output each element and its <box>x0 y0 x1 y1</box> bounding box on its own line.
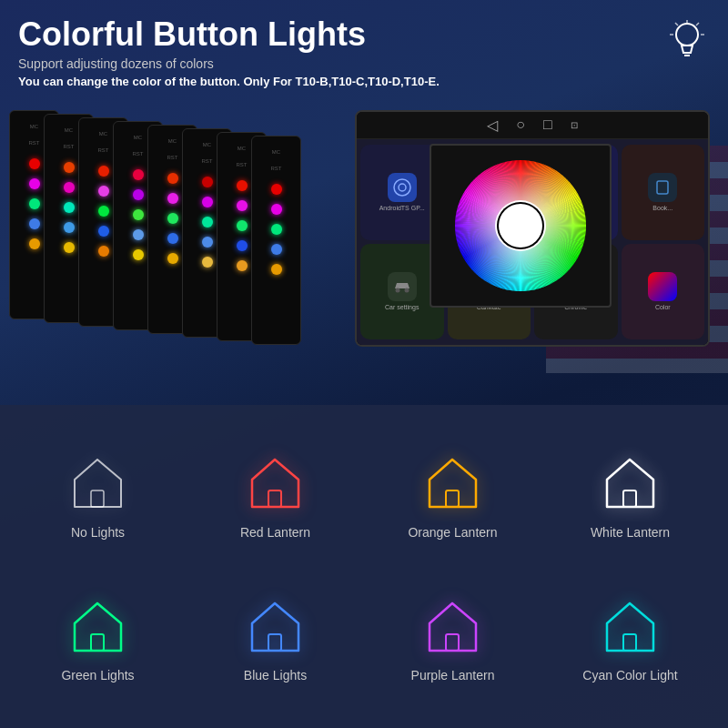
light-label-no-lights: No Lights <box>71 525 125 540</box>
button-dot <box>64 242 75 253</box>
svg-point-12 <box>404 288 409 293</box>
light-item-no-lights: No Lights <box>9 423 187 567</box>
light-icon-blue-lights <box>244 593 308 657</box>
button-dot <box>64 162 75 173</box>
button-dot <box>29 198 40 209</box>
button-dot <box>64 222 75 233</box>
svg-rect-20 <box>446 490 459 507</box>
svg-rect-18 <box>91 490 104 507</box>
header-section: Colorful Button Lights Support adjusting… <box>0 0 728 94</box>
button-dot <box>133 189 144 200</box>
svg-rect-10 <box>657 181 668 194</box>
bulb-icon <box>664 18 710 64</box>
svg-rect-19 <box>268 490 281 507</box>
button-dot <box>237 260 248 271</box>
light-icon-red-lantern <box>244 450 308 514</box>
button-dot <box>202 197 213 207</box>
svg-line-4 <box>696 23 699 25</box>
light-icon-cyan-color-light <box>599 593 662 657</box>
light-label-green-lights: Green Lights <box>61 668 134 682</box>
svg-rect-23 <box>268 634 281 651</box>
button-dot <box>133 229 144 240</box>
button-dot <box>29 218 40 229</box>
light-label-white-lantern: White Lantern <box>591 525 670 540</box>
light-item-purple-lantern: Purple Lantern <box>364 567 541 711</box>
device-showcase: MCRSTMCRSTMCRSTMCRSTMCRSTMCRSTMCRSTMCRST… <box>0 101 728 356</box>
light-label-cyan-color-light: Cyan Color Light <box>582 668 677 682</box>
button-dot <box>167 173 178 184</box>
page-title: Colorful Button Lights <box>18 16 710 53</box>
main-content: Colorful Button Lights Support adjusting… <box>0 0 728 728</box>
button-dot <box>133 249 144 260</box>
button-dot <box>29 158 40 169</box>
light-icon-no-lights <box>66 450 130 514</box>
button-dot <box>64 202 75 213</box>
page-subtitle: Support adjusting dozens of colors <box>18 56 710 71</box>
button-dot <box>98 246 109 257</box>
light-item-blue-lights: Blue Lights <box>187 567 364 711</box>
svg-point-11 <box>395 288 399 293</box>
button-dot <box>98 226 109 237</box>
button-dot <box>202 237 213 248</box>
button-dot <box>29 238 40 249</box>
light-item-red-lantern: Red Lantern <box>187 423 364 567</box>
button-dot <box>202 217 213 228</box>
svg-rect-22 <box>91 634 104 651</box>
color-wheel-popup <box>430 144 612 308</box>
button-dot <box>133 209 144 220</box>
light-item-cyan-color-light: Cyan Color Light <box>541 567 719 711</box>
svg-rect-24 <box>446 634 459 651</box>
tablets-stack: MCRSTMCRSTMCRSTMCRSTMCRSTMCRSTMCRSTMCRST <box>9 110 364 347</box>
button-dot <box>167 233 178 244</box>
light-label-purple-lantern: Purple Lantern <box>411 668 495 682</box>
button-dot <box>237 240 248 251</box>
button-dot <box>237 220 248 231</box>
button-dot <box>98 186 109 197</box>
lights-panel: No Lights Red Lantern Orange Lantern Whi… <box>0 405 728 728</box>
light-item-green-lights: Green Lights <box>9 567 187 711</box>
tablet-7: MCRST <box>251 136 301 345</box>
button-dot <box>237 200 248 211</box>
light-icon-orange-lantern <box>421 450 485 514</box>
light-item-orange-lantern: Orange Lantern <box>364 423 541 567</box>
button-dot <box>167 253 178 264</box>
button-dot <box>167 213 178 224</box>
button-dot <box>271 244 282 255</box>
button-dot <box>271 184 282 195</box>
light-label-blue-lights: Blue Lights <box>244 668 307 682</box>
button-dot <box>29 178 40 189</box>
button-dot <box>133 169 144 180</box>
svg-point-17 <box>499 204 542 248</box>
light-icon-white-lantern <box>599 450 662 514</box>
button-dot <box>167 193 178 204</box>
svg-rect-25 <box>623 634 636 651</box>
app-color[interactable]: Color <box>622 244 705 339</box>
svg-point-8 <box>394 179 410 196</box>
light-icon-green-lights <box>66 593 130 657</box>
color-wheel-container: ◁ ○ □ ⊡ AndroidTS GP... <box>357 112 708 345</box>
button-dot <box>271 264 282 275</box>
button-dot <box>202 257 213 268</box>
button-dot <box>202 177 213 187</box>
lights-grid: No Lights Red Lantern Orange Lantern Whi… <box>0 405 728 728</box>
button-dot <box>271 204 282 215</box>
button-dot <box>64 182 75 193</box>
svg-point-0 <box>676 24 698 46</box>
light-item-white-lantern: White Lantern <box>541 423 719 567</box>
button-dot <box>271 224 282 235</box>
button-dot <box>98 166 109 177</box>
svg-rect-21 <box>623 490 636 507</box>
button-dot <box>98 206 109 217</box>
main-device: ◁ ○ □ ⊡ AndroidTS GP... <box>355 110 710 347</box>
light-icon-purple-lantern <box>421 593 485 657</box>
svg-line-6 <box>675 23 678 25</box>
light-label-orange-lantern: Orange Lantern <box>408 525 497 540</box>
button-dot <box>237 180 248 191</box>
app-book[interactable]: Book... <box>622 145 705 240</box>
light-label-red-lantern: Red Lantern <box>240 525 310 540</box>
page-note: You can change the color of the button. … <box>18 75 710 88</box>
svg-point-9 <box>399 184 406 191</box>
